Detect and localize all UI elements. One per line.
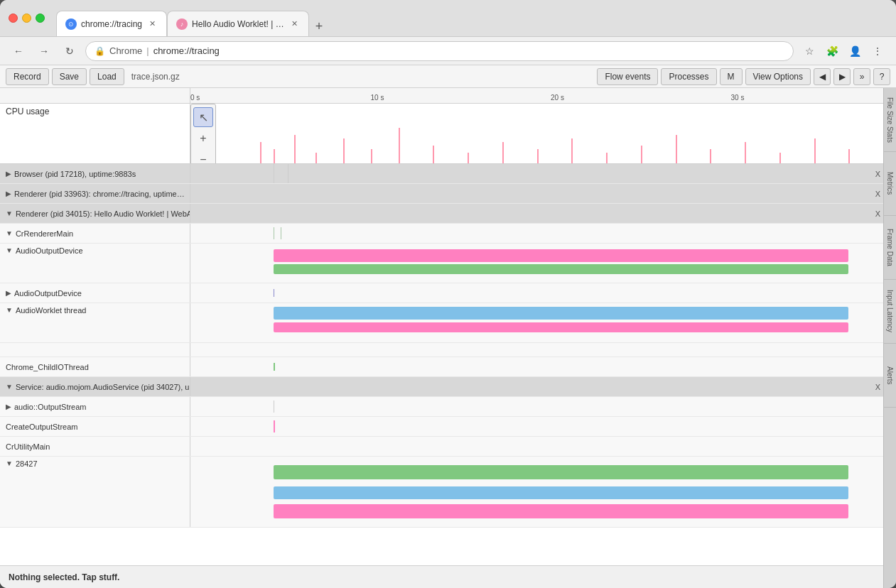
worklet-pink-bar[interactable] <box>274 322 848 332</box>
browser-close-btn[interactable]: X <box>875 170 880 178</box>
status-message: Nothing selected. Tap stuff. <box>9 572 119 582</box>
cpu-spike <box>676 135 677 163</box>
metrics-label[interactable]: Metrics <box>884 152 896 216</box>
audio-worklet-row: ▼ AudioWorklet thread <box>0 303 883 343</box>
marker <box>274 420 275 432</box>
tab-audio-title: Hello Audio Worklet! | WebAud… <box>192 19 284 29</box>
cpu-spike <box>468 153 469 163</box>
tab-audio-close[interactable]: ✕ <box>288 18 300 30</box>
pointer-tool-btn[interactable]: ↖ <box>193 107 213 127</box>
audio-output-green-bar[interactable] <box>274 264 848 274</box>
back-button[interactable]: ← <box>9 41 28 61</box>
cpu-spike <box>399 128 400 163</box>
record-button[interactable]: Record <box>6 68 49 85</box>
renderer2-section-header: ▼ Renderer (pid 34015): Hello Audio Work… <box>0 204 883 224</box>
cr-renderer-toggle[interactable]: ▼ <box>6 229 13 237</box>
traffic-lights <box>9 13 45 23</box>
audio-output-stream-toggle[interactable]: ▶ <box>6 403 11 410</box>
create-output-stream-text: CreateOutputStream <box>6 423 78 431</box>
nav-double-right-button[interactable]: » <box>853 68 870 85</box>
close-button[interactable] <box>9 13 18 23</box>
thread-blue-bar[interactable] <box>274 486 848 499</box>
save-button[interactable]: Save <box>52 68 87 85</box>
audio-output-2-toggle[interactable]: ▶ <box>6 289 11 297</box>
nav-right-button[interactable]: ▶ <box>833 68 851 85</box>
address-bar[interactable]: 🔒 Chrome | chrome://tracing <box>85 41 794 61</box>
marker <box>274 363 275 371</box>
browser-process-text: Browser (pid 17218), uptime:9883s <box>14 170 136 178</box>
m-button[interactable]: M <box>720 68 743 85</box>
thread-pink-bar[interactable] <box>274 504 848 518</box>
renderer2-process-label: ▼ Renderer (pid 34015): Hello Audio Work… <box>0 204 190 223</box>
nav-actions: ☆ 🧩 👤 ⋮ <box>799 41 887 61</box>
load-button[interactable]: Load <box>90 68 124 85</box>
tab-bar: ⊙ chrome://tracing ✕ ♪ Hello Audio Workl… <box>56 0 887 36</box>
browser-toggle[interactable]: ▶ <box>6 170 11 178</box>
view-options-button[interactable]: View Options <box>745 68 811 85</box>
audio-worklet-toggle[interactable]: ▼ <box>6 306 13 314</box>
processes-button[interactable]: Processes <box>661 68 716 85</box>
ruler-tick-20: 20 s <box>551 88 564 103</box>
toolbar-right: Flow events Processes M View Options ◀ ▶… <box>597 68 890 85</box>
cpu-spike <box>814 138 816 163</box>
cpu-spike <box>745 142 746 163</box>
file-size-stats-label[interactable]: File Size Stats <box>884 88 896 152</box>
service-close-btn[interactable]: X <box>875 383 880 391</box>
renderer1-process-text: Renderer (pid 33963): chrome://tracing, … <box>14 190 185 198</box>
minimize-button[interactable] <box>22 13 31 23</box>
cr-utility-main-text: CrUtilityMain <box>6 442 50 451</box>
cpu-spike <box>571 138 573 163</box>
fullscreen-button[interactable] <box>36 13 45 23</box>
forward-button[interactable]: → <box>34 41 54 61</box>
thread-28427-toggle[interactable]: ▼ <box>6 459 13 467</box>
renderer1-toggle[interactable]: ▶ <box>6 190 11 197</box>
thread-28427-label: ▼ 28427 <box>0 457 190 527</box>
frame-data-label[interactable]: Frame Data <box>884 216 896 280</box>
timeline-ruler: 0 s 10 s 20 s 30 s <box>190 88 883 103</box>
title-bar: ⊙ chrome://tracing ✕ ♪ Hello Audio Workl… <box>0 0 896 37</box>
nav-help-button[interactable]: ? <box>873 68 890 85</box>
tab-audio[interactable]: ♪ Hello Audio Worklet! | WebAud… ✕ <box>167 11 309 36</box>
thread-green-bar[interactable] <box>274 465 848 479</box>
browser-process-label: ▶ Browser (pid 17218), uptime:9883s <box>0 164 190 183</box>
refresh-button[interactable]: ↻ <box>60 41 80 61</box>
renderer2-toggle[interactable]: ▼ <box>6 209 13 217</box>
zoomout-tool-btn[interactable]: − <box>193 150 213 163</box>
trace-scroll-area[interactable]: CPU usage ↖ + − ⟺ <box>0 104 883 565</box>
menu-button[interactable]: ⋮ <box>868 41 887 61</box>
empty-row-1 <box>0 343 883 357</box>
worklet-blue-bar[interactable] <box>274 307 848 320</box>
audio-output-device-row: ▼ AudioOutputDevice <box>0 244 883 283</box>
service-process-label: ▼ Service: audio.mojom.AudioService (pid… <box>0 377 190 396</box>
extensions-button[interactable]: 🧩 <box>822 41 842 61</box>
cr-renderer-main-row: ▼ CrRendererMain <box>0 224 883 244</box>
marker <box>274 401 274 412</box>
new-tab-button[interactable]: + <box>309 16 329 36</box>
alerts-label[interactable]: Alerts <box>884 344 896 408</box>
address-separator: | <box>146 45 149 56</box>
audio-worklet-text: AudioWorklet thread <box>16 306 86 315</box>
renderer2-process-text: Renderer (pid 34015): Hello Audio Workle… <box>16 209 190 218</box>
nav-left-button[interactable]: ◀ <box>814 68 831 85</box>
cpu-spike <box>641 146 642 163</box>
timeline-ruler-header: 0 s 10 s 20 s 30 s <box>0 88 883 104</box>
renderer2-close-btn[interactable]: X <box>875 209 880 218</box>
thread-marker <box>274 227 274 239</box>
lock-icon: 🔒 <box>95 46 105 56</box>
bookmark-button[interactable]: ☆ <box>799 41 819 61</box>
profile-button[interactable]: 👤 <box>845 41 865 61</box>
audio-output-toggle[interactable]: ▼ <box>6 246 13 254</box>
audio-output-pink-bar[interactable] <box>274 249 848 262</box>
flow-events-button[interactable]: Flow events <box>597 68 658 85</box>
tab-tracing-close[interactable]: ✕ <box>146 18 158 30</box>
renderer1-close-btn[interactable]: X <box>875 190 880 198</box>
zoomin-tool-btn[interactable]: + <box>193 129 213 148</box>
cr-utility-main-label: CrUtilityMain <box>0 437 190 456</box>
cpu-usage-content: ↖ + − ⟺ <box>190 104 883 163</box>
cpu-spike <box>502 142 504 163</box>
input-latency-label[interactable]: Input Latency <box>884 280 896 344</box>
cpu-spike <box>779 153 781 163</box>
service-toggle[interactable]: ▼ <box>6 383 13 391</box>
trace-panel: 0 s 10 s 20 s 30 s CPU usage ↖ + <box>0 88 883 588</box>
tab-tracing[interactable]: ⊙ chrome://tracing ✕ <box>56 11 167 36</box>
